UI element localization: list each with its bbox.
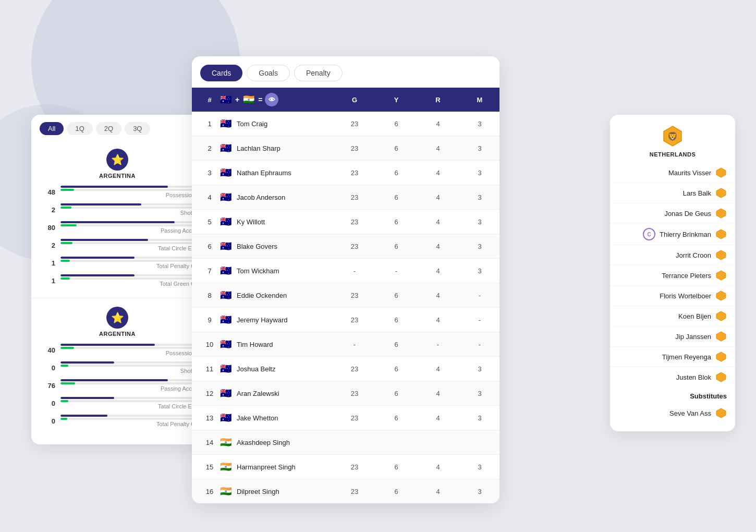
nl-player-name: Koen Bijen — [678, 312, 711, 320]
nl-logo-svg: 🦁 — [661, 124, 685, 148]
nl-player-row: Jonas De Geus — [610, 203, 735, 224]
stat-bar-green — [60, 207, 71, 209]
nl-player-name: Terrance Pieters — [662, 272, 711, 280]
col-hash: # — [200, 96, 219, 104]
cell-m: 3 — [459, 194, 499, 201]
stat-bar-green-bg — [60, 224, 195, 226]
svg-text:🦁: 🦁 — [667, 131, 678, 141]
nl-player-name: Jip Janssen — [675, 333, 711, 341]
stat-bar-green-bg — [60, 207, 195, 209]
tab-1q[interactable]: 1Q — [67, 122, 92, 135]
cell-r: 4 — [417, 120, 459, 128]
player-name: 🇦🇺 Joshua Beltz — [219, 362, 334, 376]
player-flag: 🇦🇺 — [219, 264, 233, 277]
stat-bar-blue — [60, 203, 141, 205]
tab-penalty[interactable]: Penalty — [294, 65, 343, 81]
col-m: M — [459, 96, 499, 104]
player-flag: 🇦🇺 — [219, 313, 233, 327]
nl-player-row: Tijmen Reyenga — [610, 347, 735, 367]
tab-all[interactable]: All — [40, 122, 64, 135]
cell-r: 4 — [417, 414, 459, 422]
col-g: G — [334, 96, 375, 104]
nl-player-row: Seve Van Ass — [610, 403, 735, 423]
player-name: 🇦🇺 Tim Howard — [219, 337, 334, 351]
stat-bar-wrap: Possession — [60, 186, 195, 198]
shield-icon — [715, 249, 727, 261]
table-row: 12 🇦🇺 Aran Zalewski 23 6 4 3 — [192, 381, 499, 406]
tab-goals[interactable]: Goals — [247, 65, 290, 81]
tab-2q[interactable]: 2Q — [96, 122, 121, 135]
stat-bar-green-bg — [60, 382, 195, 384]
shield-icon — [715, 371, 727, 383]
cell-g: 23 — [334, 120, 375, 128]
stat-bar-blue — [60, 397, 114, 399]
player-flag: 🇦🇺 — [219, 411, 233, 425]
cell-r: 4 — [417, 488, 459, 495]
table-row: 6 🇦🇺 Blake Govers 23 6 4 3 — [192, 234, 499, 259]
stat-bar-blue — [60, 274, 135, 276]
stat-bar-bg — [60, 239, 195, 241]
stat-value: 0 — [40, 417, 55, 425]
table-row: 11 🇦🇺 Joshua Beltz 23 6 4 3 — [192, 357, 499, 381]
stat-row: 1 Total Penalty C — [40, 254, 195, 272]
captain-badge: C — [643, 228, 655, 240]
player-name: 🇦🇺 Jake Whetton — [219, 411, 334, 425]
player-name: 🇦🇺 Nathan Ephraums — [219, 166, 334, 179]
stat-bar-bg — [60, 221, 195, 223]
stat-bar-green — [60, 242, 72, 244]
nl-player-name: Thierry Brinkman — [660, 231, 711, 238]
cell-r: 4 — [417, 316, 459, 324]
cell-g: 23 — [334, 169, 375, 177]
stat-bar-wrap: Passing Accu — [60, 379, 195, 392]
cell-y: 6 — [375, 488, 417, 495]
row-num: 12 — [200, 390, 219, 397]
ind-flag: 🇮🇳 — [242, 93, 255, 106]
stat-bar-blue — [60, 415, 107, 417]
cell-y: 6 — [375, 341, 417, 348]
player-name: 🇦🇺 Tom Craig — [219, 117, 334, 130]
cell-m: 3 — [459, 488, 499, 495]
table-row: 4 🇦🇺 Jacob Anderson 23 6 4 3 — [192, 185, 499, 210]
stat-bar-bg — [60, 203, 195, 205]
nl-players-list: Maurits Visser Lars Balk Jonas De Geus C… — [610, 163, 735, 387]
player-name: 🇦🇺 Blake Govers — [219, 239, 334, 253]
tab-cards[interactable]: Cards — [200, 65, 242, 81]
stat-bar-green — [60, 277, 70, 280]
player-name: 🇦🇺 Jacob Anderson — [219, 190, 334, 204]
stat-row: 0 Total Penalty C — [40, 412, 195, 430]
player-name: 🇦🇺 Tom Wickham — [219, 264, 334, 277]
stat-row: 2 Shots — [40, 201, 195, 219]
team-section-1: ⭐ ARGENTINA 48 Possession 2 — [31, 142, 203, 296]
shield-icon — [715, 228, 727, 240]
stat-value: 80 — [40, 224, 55, 232]
stat-label: Passing Accu — [60, 227, 195, 234]
table-row: 10 🇦🇺 Tim Howard - 6 - - — [192, 332, 499, 357]
cell-y: 6 — [375, 218, 417, 226]
stat-bar-green-bg — [60, 189, 195, 191]
nl-player-row: Maurits Visser — [610, 163, 735, 183]
stat-bar-wrap: Possession — [60, 344, 195, 356]
netherlands-panel: 🦁 NETHERLANDS Maurits Visser Lars Balk J… — [610, 115, 735, 431]
tab-3q[interactable]: 3Q — [125, 122, 150, 135]
stat-bar-blue — [60, 239, 148, 241]
stat-bar-wrap: Shots — [60, 361, 195, 374]
cell-r: 4 — [417, 169, 459, 177]
stat-label: Total Green C — [60, 281, 195, 287]
stat-bar-wrap: Passing Accu — [60, 221, 195, 234]
row-num: 5 — [200, 218, 219, 226]
stat-row: 0 Shots — [40, 359, 195, 377]
stat-bar-wrap: Total Penalty C — [60, 257, 195, 269]
table-row: 3 🇦🇺 Nathan Ephraums 23 6 4 3 — [192, 161, 499, 185]
cards-panel: Cards Goals Penalty # 🇦🇺 + 🇮🇳 = 👁 G Y R … — [192, 56, 499, 503]
svg-marker-3 — [716, 188, 726, 198]
stat-label: Tatal Circle En — [60, 403, 195, 409]
stat-bar-bg — [60, 397, 195, 399]
nl-player-name: Lars Balk — [683, 189, 711, 197]
row-num: 7 — [200, 267, 219, 275]
stat-bar-green — [60, 189, 74, 191]
cell-m: 3 — [459, 243, 499, 250]
player-flag: 🇦🇺 — [219, 337, 233, 351]
stats-panel-left: All 1Q 2Q 3Q ⭐ ARGENTINA 48 Possession 2 — [31, 115, 203, 444]
cell-y: 6 — [375, 390, 417, 397]
player-flag: 🇦🇺 — [219, 141, 233, 155]
